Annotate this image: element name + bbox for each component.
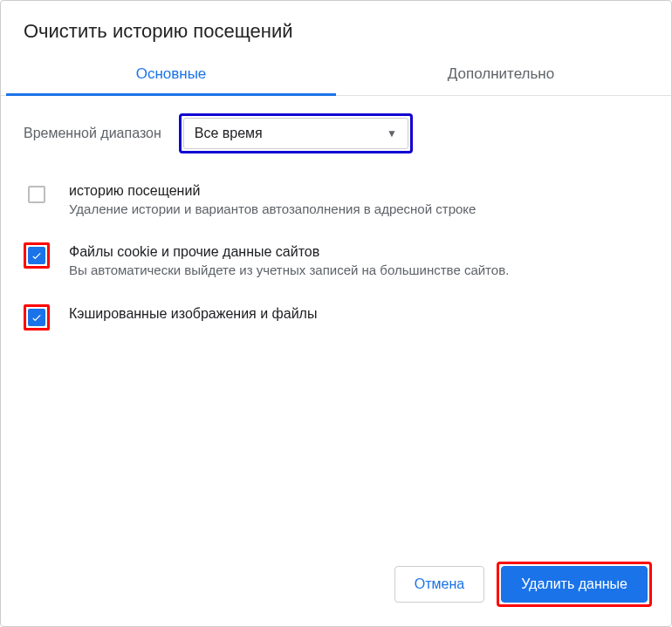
option-cookies: Файлы cookie и прочие данные сайтов Вы а… — [24, 242, 648, 279]
option-cookies-text: Файлы cookie и прочие данные сайтов Вы а… — [69, 242, 648, 279]
cancel-button[interactable]: Отмена — [394, 566, 484, 603]
dialog-title: Очистить историю посещений — [1, 1, 671, 51]
check-icon — [31, 311, 43, 324]
checkbox-wrap-history — [24, 181, 50, 208]
option-cookies-desc: Вы автоматически выйдете из учетных запи… — [69, 262, 648, 279]
option-cache: Кэшированные изображения и файлы — [24, 304, 648, 331]
option-history: историю посещений Удаление истории и вар… — [24, 181, 648, 218]
checkbox-wrap-cache — [24, 304, 50, 331]
check-icon — [31, 249, 43, 262]
time-range-select[interactable]: Все время ▼ — [183, 118, 408, 149]
option-history-title: историю посещений — [69, 183, 648, 199]
tabs: Основные Дополнительно — [1, 51, 671, 96]
option-cache-title: Кэшированные изображения и файлы — [69, 306, 648, 322]
checkbox-cookies[interactable] — [28, 247, 45, 264]
tab-advanced-label: Дополнительно — [448, 65, 554, 82]
dialog-content: Временной диапазон Все время ▼ историю п… — [1, 96, 671, 562]
confirm-button-highlight: Удалить данные — [497, 562, 652, 607]
cancel-button-label: Отмена — [415, 576, 464, 592]
time-range-highlight: Все время ▼ — [179, 113, 413, 153]
clear-data-button-label: Удалить данные — [521, 576, 627, 592]
clear-data-button[interactable]: Удалить данные — [501, 566, 648, 603]
option-history-desc: Удаление истории и вариантов автозаполне… — [69, 201, 648, 218]
time-range-value: Все время — [195, 126, 263, 141]
checkbox-wrap-cookies — [24, 242, 50, 269]
tab-advanced[interactable]: Дополнительно — [336, 51, 666, 95]
checkbox-cache[interactable] — [28, 309, 45, 326]
chevron-down-icon: ▼ — [387, 127, 397, 140]
tab-basic-label: Основные — [136, 65, 207, 82]
option-cookies-title: Файлы cookie и прочие данные сайтов — [69, 244, 648, 260]
dialog-footer: Отмена Удалить данные — [1, 562, 671, 626]
tab-basic[interactable]: Основные — [6, 51, 336, 95]
option-cache-text: Кэшированные изображения и файлы — [69, 304, 648, 324]
clear-browsing-data-dialog: Очистить историю посещений Основные Допо… — [0, 0, 672, 627]
time-range-label: Временной диапазон — [24, 126, 161, 141]
time-range-row: Временной диапазон Все время ▼ — [24, 113, 648, 153]
option-history-text: историю посещений Удаление истории и вар… — [69, 181, 648, 218]
checkbox-history[interactable] — [28, 186, 45, 203]
